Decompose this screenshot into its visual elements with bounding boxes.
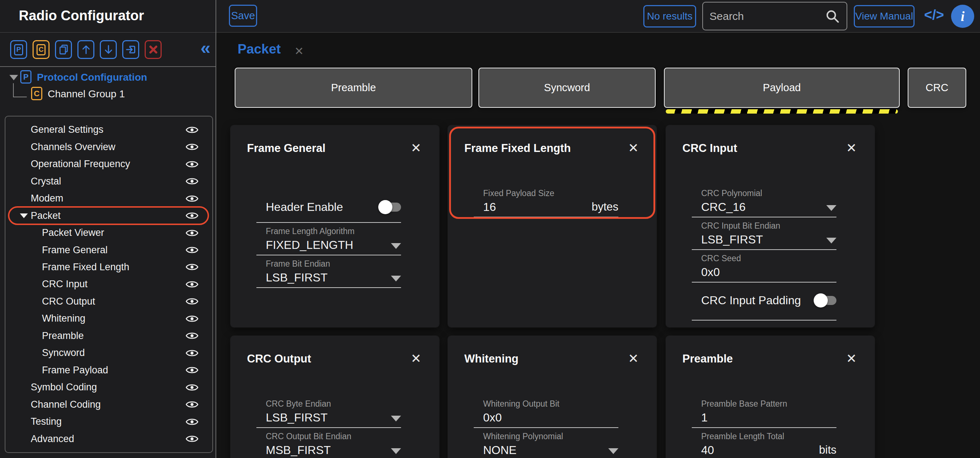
eye-icon[interactable] [186,314,199,324]
save-button[interactable]: Save [229,5,257,27]
eye-icon[interactable] [186,365,199,375]
eye-icon[interactable] [186,400,199,409]
select-field-whitening-polynomial[interactable]: Whitening Polynomial NONE [474,428,618,458]
nav-item-packet-viewer[interactable]: Packet Viewer [5,224,212,241]
dropdown-caret-icon[interactable] [391,416,401,421]
nav-item-frame-general[interactable]: Frame General [5,241,212,258]
nav-item-syncword[interactable]: Syncword [5,345,212,361]
code-icon[interactable]: </> [921,7,947,23]
tree-expand-caret-icon[interactable] [10,75,18,80]
nav-item-channels-overview[interactable]: Channels Overview [5,138,212,155]
nav-item-crc-output[interactable]: CRC Output [5,293,212,310]
dropdown-caret-icon[interactable] [826,238,837,244]
select-field-crc-polynomial[interactable]: CRC Polynomial CRC_16 [692,185,837,217]
select-field-frame-length-algorithm[interactable]: Frame Length Algorithm FIXED_LENGTH [256,223,401,255]
app-title: Radio Configurator [19,8,144,24]
nav-item-channel-coding[interactable]: Channel Coding [5,396,212,413]
move-down-button[interactable] [100,40,117,59]
dropdown-caret-icon[interactable] [826,205,837,211]
duplicate-button[interactable] [55,40,72,59]
nav-item-whitening[interactable]: Whitening [5,310,212,327]
view-manual-button[interactable]: View Manual [854,5,915,27]
toggle-switch[interactable] [815,296,837,305]
input-field-preamble-base-pattern[interactable]: Preamble Base Pattern 1 [692,396,837,428]
add-protocol-button[interactable]: P [10,40,27,59]
eye-icon[interactable] [186,348,199,358]
nav-item-modem[interactable]: Modem [5,190,212,207]
input-field-preamble-length-total[interactable]: Preamble Length Total 40 bits [692,428,837,458]
eye-icon[interactable] [186,262,199,272]
segment-payload[interactable]: Payload [664,68,900,108]
eye-icon[interactable] [186,177,199,186]
dropdown-caret-icon[interactable] [391,276,401,281]
page-title[interactable]: Packet [238,41,281,57]
chevron-down-icon[interactable] [20,214,28,218]
input-field-fixed-payload-size[interactable]: Fixed Payload Size 16 bytes [474,185,618,217]
eye-icon[interactable] [186,142,199,152]
payload-active-indicator [666,109,898,113]
card-body: Whitening Output Bit 0x0 Whitening Polyn… [448,365,657,458]
search-input[interactable] [710,10,825,22]
eye-icon[interactable] [186,383,199,392]
eye-icon[interactable] [186,417,199,426]
dropdown-caret-icon[interactable] [608,448,618,454]
move-up-button[interactable] [77,40,94,59]
card-close-icon[interactable]: ✕ [628,142,639,154]
eye-icon[interactable] [186,245,199,255]
select-field-crc-output-bit-endian[interactable]: CRC Output Bit Endian MSB_FIRST [256,428,401,458]
select-field-frame-bit-endian[interactable]: Frame Bit Endian LSB_FIRST [256,255,401,288]
nav-item-advanced[interactable]: Advanced [5,430,212,447]
segment-syncword[interactable]: Syncword [479,68,655,108]
nav-item-packet[interactable]: Packet [5,207,212,224]
tree-connector [13,97,27,97]
search-icon[interactable] [825,9,840,24]
input-field-whitening-output-bit[interactable]: Whitening Output Bit 0x0 [474,396,618,428]
select-field-crc-byte-endian[interactable]: CRC Byte Endian LSB_FIRST [256,396,401,428]
delete-button[interactable] [145,40,162,59]
segment-label: Preamble [331,82,376,94]
info-icon[interactable]: i [951,5,974,28]
add-channel-group-button[interactable]: C [33,40,49,59]
field-label: Whitening Polynomial [474,431,618,442]
copy-icon [58,44,70,55]
nav-item-frame-fixed-length[interactable]: Frame Fixed Length [5,259,212,276]
nav-item-crc-input[interactable]: CRC Input [5,276,212,293]
eye-icon[interactable] [186,211,199,220]
segment-preamble[interactable]: Preamble [235,68,472,108]
card-close-icon[interactable]: ✕ [411,353,421,365]
eye-icon[interactable] [186,434,199,444]
nav-item-general-settings[interactable]: General Settings [5,121,212,138]
eye-icon[interactable] [186,228,199,238]
nav-item-operational-frequency[interactable]: Operational Frequency [5,156,212,172]
nav-item-preamble[interactable]: Preamble [5,327,212,345]
search-box[interactable] [702,2,847,30]
toggle-label: CRC Input Padding [701,294,815,307]
eye-icon[interactable] [186,297,199,306]
eye-icon[interactable] [186,280,199,289]
card-close-icon[interactable]: ✕ [846,142,857,154]
dropdown-caret-icon[interactable] [391,243,401,249]
card-close-icon[interactable]: ✕ [411,142,421,154]
input-field-crc-seed[interactable]: CRC Seed 0x0 [692,250,837,282]
dropdown-caret-icon[interactable] [391,448,401,454]
nav-item-symbol-coding[interactable]: Symbol Coding [5,379,212,396]
eye-icon[interactable] [186,194,199,203]
nav-item-testing[interactable]: Testing [5,413,212,430]
collapse-sidebar-button[interactable]: « [200,37,210,59]
page-close-icon[interactable]: ✕ [294,45,304,58]
toggle-switch[interactable] [379,203,401,212]
nav-item-frame-payload[interactable]: Frame Payload [5,362,212,379]
nav-item-crystal[interactable]: Crystal [5,172,212,190]
card-close-icon[interactable]: ✕ [846,353,857,365]
import-button[interactable] [122,40,139,59]
select-field-crc-input-bit-endian[interactable]: CRC Input Bit Endian LSB_FIRST [692,217,837,250]
segment-crc[interactable]: CRC [908,68,966,108]
tree-item-channel-group-1[interactable]: Channel Group 1 [48,88,125,101]
eye-icon[interactable] [186,125,199,134]
channel-badge-icon: C [31,87,42,100]
eye-icon[interactable] [186,160,199,169]
eye-icon[interactable] [186,331,199,340]
card-close-icon[interactable]: ✕ [628,353,639,365]
tree-item-protocol-configuration[interactable]: Protocol Configuration [37,71,147,84]
no-results-button[interactable]: No results [643,5,696,27]
